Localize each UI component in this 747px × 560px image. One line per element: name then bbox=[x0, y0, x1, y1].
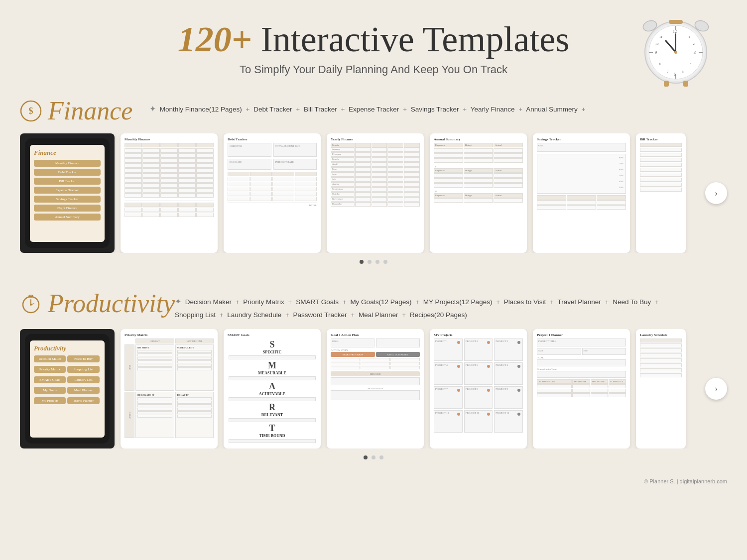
sparkle-icon: ✦ bbox=[149, 105, 156, 113]
finance-ipad-card: Finance Monthly Finance Debt Tracker Bil… bbox=[20, 133, 115, 253]
savings-tracker-template: Savings Tracker Goal 80% 70% 60% 50% 40%… bbox=[537, 137, 626, 249]
header-subtitle: To Simplfy Your Daily Planning And Keep … bbox=[10, 63, 737, 76]
svg-text:9: 9 bbox=[655, 50, 657, 55]
goal-action-plan-title: Goal 1 Action Plan bbox=[331, 333, 420, 337]
dot-1[interactable] bbox=[360, 260, 364, 264]
debt-tracker-template: Debt Tracker CREDITOR TOTAL AMOUNT DUE D… bbox=[228, 137, 317, 249]
svg-text:5: 5 bbox=[682, 70, 684, 74]
ipad-travel-planner-btn[interactable]: Travel Planner bbox=[67, 397, 99, 404]
projects-grid: PROJECT 1 PROJECT 2 PROJECT 3 bbox=[434, 338, 523, 433]
annual-top: Expenses Budget Actual bbox=[434, 143, 523, 147]
smart-goals-title: SMART Goals bbox=[228, 333, 317, 337]
ipad-night-finance-btn[interactable]: Night Finance bbox=[34, 205, 101, 212]
page-footer: © Planner S. | digitalplannerb.com bbox=[0, 474, 747, 488]
finance-carousel-next[interactable]: › bbox=[705, 182, 727, 204]
finance-carousel-row: Finance Monthly Finance Debt Tracker Bil… bbox=[20, 133, 727, 253]
ipad-prod-row4: My Goals Meal Planner bbox=[34, 387, 101, 396]
ipad-prod-row3: SMART Goals Laundry List bbox=[34, 376, 101, 385]
project-planner-card: Project 1 Planner PROJECT TITLE Start En… bbox=[533, 329, 630, 448]
productivity-title-block: Productivity bbox=[20, 289, 175, 318]
svg-text:4: 4 bbox=[690, 62, 692, 66]
bill-tracker-template: Bill Tracker bbox=[640, 137, 682, 249]
ipad-meal-planner-btn[interactable]: Meal Planner bbox=[67, 387, 99, 394]
prod-dot-1[interactable] bbox=[364, 455, 368, 459]
matrix-schedule-cell: SCHEDULE IT bbox=[175, 344, 214, 391]
ipad-annual-summary-btn[interactable]: Annual Summary bbox=[34, 214, 101, 221]
ipad-bill-tracker-btn[interactable]: Bill Tracker bbox=[34, 178, 101, 185]
prod-dot-2[interactable] bbox=[372, 455, 375, 459]
ipad-shopping-list-btn[interactable]: Shopping List bbox=[67, 366, 99, 373]
yearly-finance-template: Yearly Finance Month January Februar bbox=[331, 137, 420, 249]
ipad-decision-maker-btn[interactable]: Decision Maker bbox=[34, 355, 66, 362]
annual-summary-title: Annual Summary bbox=[434, 137, 523, 141]
debt-total: TOTAL bbox=[228, 203, 317, 207]
clock-illustration: 12 6 9 3 1 2 4 5 11 10 8 7 bbox=[635, 5, 717, 89]
ipad-expense-tracker-btn[interactable]: Expense Tracker bbox=[34, 187, 101, 194]
ipad-productivity-title: Productivity bbox=[34, 344, 101, 352]
svg-text:7: 7 bbox=[667, 70, 669, 74]
dot-4[interactable] bbox=[383, 260, 387, 264]
laundry-schedule-template: Laundry Schedule bbox=[640, 333, 682, 445]
annual-summary-card: Annual Summary Expenses Budget Actual bbox=[430, 133, 527, 253]
ipad-priority-matrix-btn[interactable]: Priority Matrix bbox=[34, 366, 66, 373]
finance-carousel-dots bbox=[20, 260, 727, 264]
title-highlight: 120+ bbox=[178, 19, 252, 59]
ipad-smart-goals-btn[interactable]: SMART Goals bbox=[34, 376, 66, 383]
project-notes-field: Dependencies/Notes bbox=[537, 368, 626, 378]
ipad-need-to-buy-btn[interactable]: Need To Buy bbox=[67, 355, 99, 362]
ipad-prod-row1: Decision Maker Need To Buy bbox=[34, 355, 101, 364]
svg-text:$: $ bbox=[29, 106, 33, 116]
goal-action-plan-template: Goal 1 Action Plan GOAL ACTION STEPS STA… bbox=[331, 333, 420, 445]
ipad-laundry-btn[interactable]: Laundry List bbox=[67, 376, 99, 383]
productivity-carousel-row: Productivity Decision Maker Need To Buy … bbox=[20, 329, 727, 448]
ipad-my-projects-btn[interactable]: My Projects bbox=[34, 397, 66, 404]
ipad-prod-row5: My Projects Travel Planner bbox=[34, 397, 101, 406]
project-5: PROJECT 5 bbox=[464, 362, 493, 385]
yearly-months: January February March April May bbox=[331, 147, 420, 207]
monthly-finance-title: Monthly Finance bbox=[124, 137, 214, 141]
project-8: PROJECT 8 bbox=[464, 386, 493, 409]
svg-text:6: 6 bbox=[674, 72, 676, 77]
productivity-header-row: Productivity ✦ Decision Maker + Priority… bbox=[20, 289, 727, 321]
svg-point-24 bbox=[674, 51, 677, 54]
productivity-ipad-screen: Productivity Decision Maker Need To Buy … bbox=[30, 340, 105, 438]
finance-ipad-mockup: Finance Monthly Finance Debt Tracker Bil… bbox=[25, 138, 110, 248]
priority-matrix-title: Priority Matrix bbox=[124, 333, 214, 337]
finance-monthly-card: Monthly Finance bbox=[121, 133, 218, 253]
finance-carousel: Finance Monthly Finance Debt Tracker Bil… bbox=[20, 133, 727, 253]
laundry-schedule-card: Laundry Schedule bbox=[636, 329, 686, 448]
ipad-debt-tracker-btn[interactable]: Debt Tracker bbox=[34, 169, 101, 176]
debt-top-section: CREDITOR TOTAL AMOUNT DUE bbox=[228, 143, 317, 157]
finance-section: $ Finance ✦ Monthly Finance(12 Pages) + … bbox=[0, 86, 747, 279]
dot-2[interactable] bbox=[368, 260, 372, 264]
laundry-rows bbox=[640, 338, 682, 377]
title-main: Interactive Templates bbox=[252, 19, 569, 59]
project-title-field: PROJECT TITLE bbox=[537, 338, 626, 346]
ipad-monthly-finance-btn[interactable]: Monthly Finance bbox=[34, 160, 101, 167]
matrix-delay-cell: DELAY IT bbox=[175, 392, 214, 438]
bill-rows bbox=[640, 143, 682, 192]
dot-3[interactable] bbox=[375, 260, 379, 264]
svg-text:2: 2 bbox=[693, 42, 695, 46]
productivity-items-text: ✦ Decision Maker + Priority Matrix + SMA… bbox=[175, 289, 727, 321]
yearly-finance-title: Yearly Finance bbox=[331, 137, 420, 141]
ipad-savings-tracker-btn[interactable]: Savings Tracker bbox=[34, 196, 101, 203]
productivity-carousel-next[interactable]: › bbox=[705, 378, 727, 400]
ipad-my-goals-btn[interactable]: My Goals bbox=[34, 387, 66, 394]
goal-reward: REWARD bbox=[331, 371, 420, 385]
matrix-not-urgent-header: NOT URGENT bbox=[175, 338, 214, 343]
debt-tracker-title: Debt Tracker bbox=[228, 137, 317, 141]
svg-point-34 bbox=[30, 304, 32, 306]
monthly-finance-template: Monthly Finance bbox=[124, 137, 214, 249]
project-3: PROJECT 3 bbox=[494, 338, 523, 361]
sparkle2-icon: ✦ bbox=[175, 297, 181, 306]
matrix-not-important-header: N/IMP bbox=[124, 392, 134, 438]
prod-dot-3[interactable] bbox=[379, 455, 383, 459]
annual-summary-template: Annual Summary Expenses Budget Actual bbox=[434, 137, 523, 249]
annual-q1: Q1 Expenses Budget Actual bbox=[434, 165, 523, 188]
svg-text:11: 11 bbox=[659, 35, 663, 39]
savings-goal-section: Goal bbox=[537, 143, 626, 152]
smart-m: M MEASURABLE bbox=[229, 360, 316, 380]
project-6: PROJECT 6 bbox=[494, 362, 523, 385]
smart-r: R RELEVANT bbox=[229, 402, 316, 422]
